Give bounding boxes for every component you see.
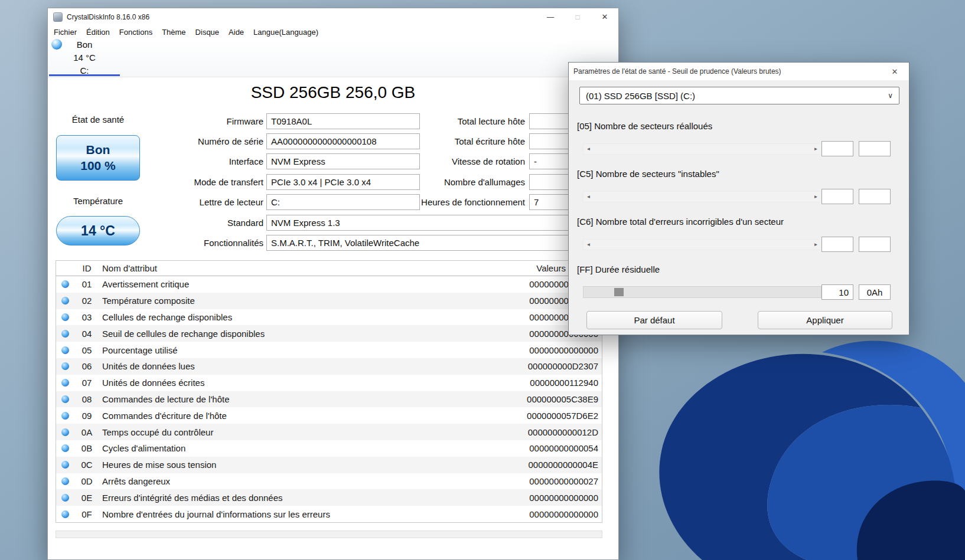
attribute-id: 0D	[74, 476, 100, 486]
threshold-unit-input[interactable]	[859, 189, 891, 204]
attribute-row[interactable]: 05 Pourcentage utilisé 00000000000000	[56, 342, 602, 358]
threshold-section-label: [C6] Nombre total d'erreurs incorrigible…	[577, 216, 901, 227]
attribute-id: 0E	[74, 493, 100, 503]
info-field-value: AA0000000000000000108	[266, 133, 420, 149]
attribute-table-header: ID Nom d'attribut Valeurs	[56, 261, 602, 276]
menu-item[interactable]: Fichier	[49, 28, 81, 37]
info-field-row: Mode de transfert PCIe 3.0 x4 | PCIe 3.0…	[136, 172, 420, 192]
disk-tab-bar: Bon 14 °C C:	[48, 38, 618, 77]
menu-item[interactable]: Disque	[191, 28, 224, 37]
info-field-value: NVM Express 1.3	[266, 215, 601, 231]
threshold-scrollbar[interactable]: ◄ ►	[583, 191, 821, 202]
threshold-value-input[interactable]	[821, 141, 853, 156]
threshold-section: [C5] Nombre de secteurs "instables" ◄ ►	[577, 168, 901, 216]
threshold-scrollbar[interactable]: ◄ ►	[583, 239, 821, 250]
close-button[interactable]: ✕	[591, 8, 618, 25]
attribute-row[interactable]: 09 Commandes d'écriture de l'hôte 000000…	[56, 407, 602, 424]
attribute-raw-value: 00000000112940	[490, 378, 602, 388]
ff-unit-input[interactable]: 0Ah	[859, 284, 891, 300]
attribute-row[interactable]: 0F Nombre d'entrées du journal d'informa…	[56, 506, 602, 522]
scroll-right-icon[interactable]: ►	[811, 192, 821, 202]
status-dot-icon	[61, 510, 69, 518]
health-status-button[interactable]: Bon 100 %	[56, 135, 140, 181]
threshold-section-label: [05] Nombre de secteurs réalloués	[577, 120, 901, 132]
menu-item[interactable]: Édition	[81, 28, 115, 37]
scroll-left-icon[interactable]: ◄	[583, 240, 594, 250]
ff-section-label: [FF] Durée résiduelle	[577, 264, 901, 275]
attribute-name: Avertissement critique	[100, 279, 490, 289]
info-field-label: Total lecture hôte	[420, 116, 525, 126]
scroll-right-icon[interactable]: ►	[811, 144, 821, 154]
menu-item[interactable]: Langue(Language)	[249, 28, 323, 37]
attribute-id: 08	[74, 394, 100, 404]
threshold-section: [C6] Nombre total d'erreurs incorrigible…	[577, 216, 901, 264]
attribute-row[interactable]: 0B Cycles d'alimentation 00000000000054	[56, 440, 602, 457]
threshold-scrollbar[interactable]: ◄ ►	[583, 143, 821, 155]
attribute-raw-value: 00000000000000	[490, 345, 602, 355]
status-dot-icon	[61, 313, 69, 321]
attribute-row[interactable]: 06 Unités de données lues 000000000D2307	[56, 358, 602, 375]
threshold-unit-input[interactable]	[859, 237, 891, 252]
header-name: Nom d'attribut	[100, 263, 490, 273]
health-settings-dialog: Paramètres de l'état de santé - Seuil de…	[568, 62, 909, 335]
threshold-unit-input[interactable]	[859, 141, 891, 156]
health-status-percentage: 100 %	[80, 159, 116, 173]
scroll-left-icon[interactable]: ◄	[583, 192, 594, 202]
scroll-right-icon[interactable]: ►	[811, 240, 821, 250]
apply-button[interactable]: Appliquer	[758, 311, 892, 329]
attribute-name: Temps occupé du contrôleur	[100, 427, 490, 437]
attribute-raw-value: 00000000000027	[490, 476, 602, 486]
menu-item[interactable]: Aide	[224, 28, 249, 37]
scrollbar-track[interactable]	[594, 192, 811, 202]
attribute-raw-value: 000000005C38E9	[490, 394, 602, 404]
desktop: CrystalDiskInfo 8.16.0 x86 — □ ✕ Fichier…	[0, 0, 965, 560]
disk-tab-temperature: 14 °C	[49, 51, 120, 64]
drive-selector-dropdown[interactable]: (01) SSD 256GB [SSD] (C:) ∨	[579, 87, 899, 104]
status-dot-icon	[61, 461, 69, 469]
scrollbar-track[interactable]	[594, 144, 811, 154]
maximize-button[interactable]: □	[564, 8, 591, 25]
threshold-value-input[interactable]	[821, 237, 853, 252]
info-field-label: Firmware	[136, 116, 263, 126]
ff-trackbar[interactable]	[583, 286, 821, 298]
attribute-row[interactable]: 02 Température composite 00000000000000	[56, 293, 602, 309]
ff-trackbar-thumb[interactable]	[614, 288, 624, 296]
threshold-value-input[interactable]	[821, 189, 853, 204]
status-dot-icon	[61, 444, 69, 452]
info-field-value: T0918A0L	[266, 113, 420, 129]
info-field-value: S.M.A.R.T., TRIM, VolatileWriteCache	[266, 235, 601, 251]
ff-section: [FF] Durée résiduelle 10 0Ah	[577, 264, 901, 312]
attribute-row[interactable]: 08 Commandes de lecture de l'hôte 000000…	[56, 391, 602, 408]
attribute-row[interactable]: 01 Avertissement critique 00000000000000	[56, 276, 602, 293]
scroll-left-icon[interactable]: ◄	[583, 144, 594, 154]
attribute-row[interactable]: 03 Cellules de rechange disponibles 0000…	[56, 309, 602, 326]
menu-item[interactable]: Thème	[157, 28, 190, 37]
info-field-value: NVM Express	[266, 153, 420, 169]
attribute-row[interactable]: 0C Heures de mise sous tension 000000000…	[56, 457, 602, 473]
ff-value-input[interactable]: 10	[821, 284, 853, 300]
menu-item[interactable]: Fonctions	[115, 28, 157, 37]
disk-tab[interactable]: Bon 14 °C C:	[49, 38, 120, 77]
horizontal-scrollbar[interactable]	[56, 530, 602, 538]
info-field-label: Vitesse de rotation	[420, 156, 525, 166]
attribute-row[interactable]: 07 Unités de données écrites 00000000112…	[56, 375, 602, 391]
dialog-titlebar: Paramètres de l'état de santé - Seuil de…	[569, 63, 909, 80]
attribute-row[interactable]: 0A Temps occupé du contrôleur 0000000000…	[56, 424, 602, 440]
attribute-table-body: 01 Avertissement critique 00000000000000…	[56, 276, 602, 522]
attribute-raw-value: 0000000000012D	[490, 427, 602, 437]
minimize-button[interactable]: —	[537, 8, 564, 25]
attribute-id: 0A	[74, 427, 100, 437]
status-dot-icon	[61, 477, 69, 485]
status-dot-icon	[61, 297, 69, 304]
scrollbar-track[interactable]	[594, 240, 811, 250]
status-dot-icon	[61, 395, 69, 403]
default-button[interactable]: Par défaut	[586, 311, 722, 329]
disk-status-orb-icon	[51, 39, 62, 50]
temperature-button[interactable]: 14 °C	[56, 216, 140, 245]
status-dot-icon	[61, 412, 69, 420]
dialog-close-button[interactable]: ✕	[886, 63, 904, 80]
attribute-row[interactable]: 0E Erreurs d'intégrité des médias et des…	[56, 489, 602, 506]
attribute-row[interactable]: 04 Seuil de cellules de rechange disponi…	[56, 325, 602, 342]
attribute-row[interactable]: 0D Arrêts dangereux 00000000000027	[56, 473, 602, 490]
info-field-label: Standard	[136, 218, 263, 228]
